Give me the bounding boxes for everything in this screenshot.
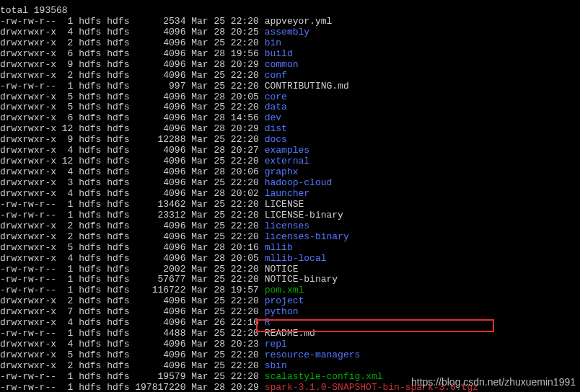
terminal-line: -rw-rw-r-- 1 hdfs hdfs 2002 Mar 25 22:20… bbox=[0, 264, 580, 275]
terminal-line: drwxrwxr-x 9 hdfs hdfs 4096 Mar 28 20:29… bbox=[0, 60, 580, 71]
terminal-line: drwxrwxr-x 3 hdfs hdfs 4096 Mar 25 22:20… bbox=[0, 178, 580, 189]
watermark-text: https://blog.csdn.net/zhuxuemin1991 bbox=[411, 376, 576, 388]
terminal-line: drwxrwxr-x 2 hdfs hdfs 4096 Mar 25 22:20… bbox=[0, 232, 580, 243]
file-name: external bbox=[265, 156, 309, 166]
terminal-line: drwxrwxr-x 5 hdfs hdfs 4096 Mar 25 22:20… bbox=[0, 102, 580, 113]
terminal-line: drwxrwxr-x 6 hdfs hdfs 4096 Mar 28 19:56… bbox=[0, 49, 580, 60]
terminal-line: drwxrwxr-x 4 hdfs hdfs 4096 Mar 28 20:25… bbox=[0, 27, 580, 38]
file-name: pom.xml bbox=[265, 285, 304, 295]
terminal-line: -rw-rw-r-- 1 hdfs hdfs 116722 Mar 28 19:… bbox=[0, 285, 580, 296]
terminal-line: drwxrwxr-x 2 hdfs hdfs 4096 Mar 25 22:20… bbox=[0, 71, 580, 81]
file-name: mllib-local bbox=[265, 253, 327, 264]
file-name: hadoop-cloud bbox=[265, 177, 333, 188]
file-name: NOTICE-binary bbox=[265, 274, 338, 285]
file-name: data bbox=[265, 102, 287, 112]
terminal-line: drwxrwxr-x 4 hdfs hdfs 4096 Mar 28 20:27… bbox=[0, 146, 580, 156]
terminal-line: drwxrwxr-x 5 hdfs hdfs 4096 Mar 25 22:20… bbox=[0, 350, 580, 361]
terminal-line: drwxrwxr-x 5 hdfs hdfs 4096 Mar 28 20:05… bbox=[0, 92, 580, 103]
file-name: mllib bbox=[265, 242, 293, 253]
terminal-line: drwxrwxr-x 4 hdfs hdfs 4096 Mar 28 20:02… bbox=[0, 189, 580, 200]
terminal-line: drwxrwxr-x 5 hdfs hdfs 4096 Mar 28 20:16… bbox=[0, 243, 580, 254]
file-name: CONTRIBUTING.md bbox=[265, 81, 349, 92]
file-name: README.md bbox=[265, 328, 315, 339]
file-name: graphx bbox=[265, 166, 299, 177]
terminal-line: -rw-rw-r-- 1 hdfs hdfs 997 Mar 25 22:20 … bbox=[0, 81, 580, 92]
terminal-line: -rw-rw-r-- 1 hdfs hdfs 2534 Mar 25 22:20… bbox=[0, 17, 580, 27]
file-name: appveyor.yml bbox=[265, 16, 333, 27]
file-name: examples bbox=[265, 145, 309, 156]
file-name: licenses-binary bbox=[265, 231, 349, 242]
file-name: R bbox=[265, 317, 271, 328]
terminal-line: drwxrwxr-x 4 hdfs hdfs 4096 Mar 28 20:23… bbox=[0, 339, 580, 350]
file-name: licenses bbox=[265, 220, 309, 231]
terminal-line: drwxrwxr-x 7 hdfs hdfs 4096 Mar 25 22:20… bbox=[0, 307, 580, 318]
file-name: conf bbox=[265, 70, 287, 81]
terminal-line: drwxrwxr-x 9 hdfs hdfs 12288 Mar 25 22:2… bbox=[0, 135, 580, 146]
file-name: scalastyle-config.xml bbox=[265, 371, 383, 382]
file-name: docs bbox=[265, 134, 287, 145]
terminal-line: drwxrwxr-x 4 hdfs hdfs 4096 Mar 26 22:16… bbox=[0, 318, 580, 329]
file-name: NOTICE bbox=[265, 264, 299, 275]
terminal-line: drwxrwxr-x 12 hdfs hdfs 4096 Mar 28 20:2… bbox=[0, 124, 580, 135]
file-name: resource-managers bbox=[265, 349, 361, 360]
file-name: LICENSE-binary bbox=[265, 210, 343, 220]
terminal-output: total 193568-rw-rw-r-- 1 hdfs hdfs 2534 … bbox=[0, 6, 580, 392]
terminal-line: drwxrwxr-x 2 hdfs hdfs 4096 Mar 25 22:20… bbox=[0, 361, 580, 372]
file-name: LICENSE bbox=[265, 199, 304, 210]
terminal-line: -rw-rw-r-- 1 hdfs hdfs 13462 Mar 25 22:2… bbox=[0, 200, 580, 210]
file-name: core bbox=[265, 92, 287, 102]
file-name: common bbox=[265, 59, 299, 70]
file-name: project bbox=[265, 295, 304, 306]
terminal-line: drwxrwxr-x 12 hdfs hdfs 4096 Mar 25 22:2… bbox=[0, 156, 580, 167]
file-name: assembly bbox=[265, 27, 309, 37]
terminal-line: drwxrwxr-x 2 hdfs hdfs 4096 Mar 25 22:20… bbox=[0, 296, 580, 307]
file-name: python bbox=[265, 306, 299, 317]
terminal-line: drwxrwxr-x 4 hdfs hdfs 4096 Mar 28 20:05… bbox=[0, 254, 580, 264]
terminal-line: total 193568 bbox=[0, 6, 580, 17]
terminal-line: drwxrwxr-x 4 hdfs hdfs 4096 Mar 28 20:06… bbox=[0, 167, 580, 178]
file-name: dev bbox=[265, 112, 281, 123]
terminal-line: drwxrwxr-x 2 hdfs hdfs 4096 Mar 25 22:20… bbox=[0, 221, 580, 232]
file-name: launcher bbox=[265, 188, 309, 199]
file-name: sbin bbox=[265, 360, 287, 371]
terminal-line: -rw-rw-r-- 1 hdfs hdfs 4488 Mar 25 22:20… bbox=[0, 329, 580, 339]
file-name: build bbox=[265, 48, 293, 59]
file-name: dist bbox=[265, 123, 287, 134]
terminal-line: -rw-rw-r-- 1 hdfs hdfs 23312 Mar 25 22:2… bbox=[0, 210, 580, 221]
file-name: bin bbox=[265, 37, 281, 48]
terminal-line: -rw-rw-r-- 1 hdfs hdfs 57677 Mar 25 22:2… bbox=[0, 275, 580, 285]
file-name: repl bbox=[265, 339, 287, 349]
terminal-line: drwxrwxr-x 2 hdfs hdfs 4096 Mar 25 22:20… bbox=[0, 38, 580, 49]
terminal-line: drwxrwxr-x 6 hdfs hdfs 4096 Mar 28 14:56… bbox=[0, 113, 580, 124]
